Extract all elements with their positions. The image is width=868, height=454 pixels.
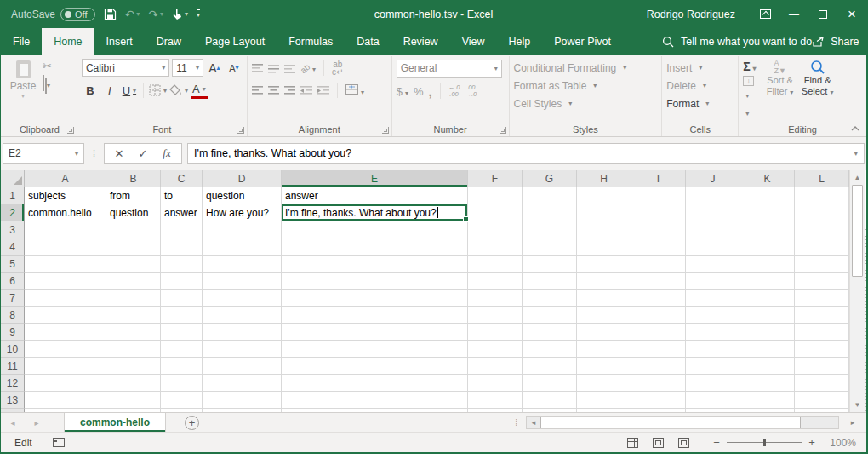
cell-I10[interactable] — [631, 341, 686, 358]
cell-J2[interactable] — [686, 204, 740, 221]
alignment-dialog-launcher[interactable] — [382, 127, 389, 134]
cell-G8[interactable] — [523, 307, 577, 324]
cell-B3[interactable] — [106, 221, 161, 238]
cell-C5[interactable] — [161, 256, 203, 273]
tab-draw[interactable]: Draw — [145, 28, 193, 55]
cell-C4[interactable] — [161, 238, 203, 256]
sort-filter-button[interactable]: AZ▼ Sort & Filter — [762, 59, 799, 119]
column-header-B[interactable]: B — [106, 170, 161, 187]
cell-K13[interactable] — [740, 392, 795, 409]
cell-J11[interactable] — [686, 358, 740, 375]
sheet-tab-common-hello[interactable]: common-hello — [64, 413, 166, 432]
cell-D10[interactable] — [203, 341, 282, 358]
font-size-combo[interactable]: 11▾ — [172, 59, 203, 77]
vertical-scroll-thumb[interactable] — [852, 185, 863, 277]
column-header-H[interactable]: H — [577, 170, 631, 187]
horizontal-scrollbar[interactable]: ◂ — [526, 416, 839, 429]
autosum-button[interactable]: Σ — [743, 60, 756, 73]
cell-K2[interactable] — [740, 204, 795, 221]
cell-F4[interactable] — [468, 238, 523, 256]
align-right-icon[interactable] — [284, 86, 295, 95]
tab-formulas[interactable]: Formulas — [277, 28, 345, 55]
cell-I12[interactable] — [631, 375, 686, 392]
tell-me-search[interactable]: Tell me what you want to do — [662, 28, 812, 55]
cell-L8[interactable] — [795, 307, 849, 324]
align-left-icon[interactable] — [252, 86, 263, 95]
tab-power-pivot[interactable]: Power Pivot — [542, 28, 623, 55]
cell-F6[interactable] — [468, 273, 523, 290]
cell-I13[interactable] — [631, 392, 686, 409]
cell-A10[interactable] — [25, 341, 106, 358]
cell-J9[interactable] — [686, 324, 740, 341]
increase-decimal-button[interactable]: ←.0.00 — [448, 84, 460, 98]
italic-button[interactable]: I — [101, 82, 118, 99]
cell-D1[interactable]: question — [203, 187, 282, 204]
wrap-text-button[interactable]: abc↵ — [332, 60, 343, 76]
cell-J4[interactable] — [686, 238, 740, 256]
cell-G1[interactable] — [523, 187, 577, 204]
cell-D11[interactable] — [203, 358, 282, 375]
cell-F10[interactable] — [468, 341, 523, 358]
number-dialog-launcher[interactable] — [500, 127, 506, 134]
cancel-entry-button[interactable]: ✕ — [108, 147, 130, 160]
tab-home[interactable]: Home — [42, 28, 94, 55]
align-bottom-icon[interactable] — [284, 64, 295, 73]
cell-J8[interactable] — [686, 307, 740, 324]
page-layout-view-button[interactable] — [645, 438, 671, 448]
fill-color-button[interactable] — [169, 82, 188, 99]
row-header-9[interactable]: 9 — [1, 324, 25, 341]
cell-L2[interactable] — [795, 204, 849, 221]
macro-recording-button[interactable] — [53, 438, 65, 447]
cell-A13[interactable] — [25, 392, 106, 409]
cell-F8[interactable] — [468, 307, 523, 324]
bold-button[interactable]: B — [82, 82, 99, 99]
cell-C1[interactable]: to — [161, 187, 203, 204]
cell-C2[interactable]: answer — [161, 204, 203, 221]
cell-C11[interactable] — [161, 358, 203, 375]
orientation-button[interactable]: ab — [300, 64, 316, 73]
comma-style-button[interactable]: , — [428, 84, 431, 99]
conditional-formatting-button[interactable]: Conditional Formatting — [514, 59, 658, 77]
cell-H10[interactable] — [577, 341, 631, 358]
save-button[interactable] — [104, 8, 117, 20]
cell-C10[interactable] — [161, 341, 203, 358]
cell-K1[interactable] — [740, 187, 795, 204]
cell-E6[interactable] — [282, 273, 468, 290]
cut-button[interactable]: ✂ — [43, 60, 52, 72]
column-header-F[interactable]: F — [468, 170, 523, 187]
formula-input[interactable]: I'm fine, thanks. What about you? ▾ — [187, 143, 865, 164]
cell-I1[interactable] — [631, 187, 686, 204]
fill-button[interactable]: ↓ — [743, 76, 756, 101]
percent-style-button[interactable]: % — [414, 85, 424, 98]
cell-H9[interactable] — [577, 324, 631, 341]
cell-H5[interactable] — [577, 256, 631, 273]
clear-button[interactable] — [743, 104, 756, 119]
cell-I5[interactable] — [631, 256, 686, 273]
cell-D5[interactable] — [203, 256, 282, 273]
shrink-font-button[interactable]: A▾ — [226, 60, 243, 77]
format-as-table-button[interactable]: Format as Table — [514, 77, 658, 95]
cell-E7[interactable] — [282, 290, 468, 307]
vertical-scrollbar[interactable]: ▲ ▼ — [849, 170, 865, 412]
touch-mouse-mode-button[interactable]: ▾ — [172, 8, 188, 20]
autosave-control[interactable]: AutoSave Off — [11, 8, 95, 21]
select-all-corner[interactable] — [1, 170, 25, 187]
cell-D3[interactable] — [203, 221, 282, 238]
cell-J1[interactable] — [686, 187, 740, 204]
name-box[interactable]: E2 ▾ — [3, 143, 84, 164]
cell-F2[interactable] — [468, 204, 523, 221]
cell-G2[interactable] — [523, 204, 577, 221]
cell-D13[interactable] — [203, 392, 282, 409]
cell-E2[interactable]: I'm fine, thanks. What about you? — [282, 204, 468, 221]
row-header-11[interactable]: 11 — [1, 358, 25, 375]
insert-function-button[interactable]: fx — [156, 147, 178, 160]
cell-E13[interactable] — [282, 392, 468, 409]
cell-L3[interactable] — [795, 221, 849, 238]
row-header-8[interactable]: 8 — [1, 307, 25, 324]
font-color-button[interactable]: A — [191, 82, 208, 99]
cell-J13[interactable] — [686, 392, 740, 409]
cell-G12[interactable] — [523, 375, 577, 392]
autosave-toggle[interactable]: Off — [60, 8, 94, 21]
clipboard-dialog-launcher[interactable] — [67, 127, 74, 134]
scroll-up-icon[interactable]: ▲ — [850, 170, 865, 185]
